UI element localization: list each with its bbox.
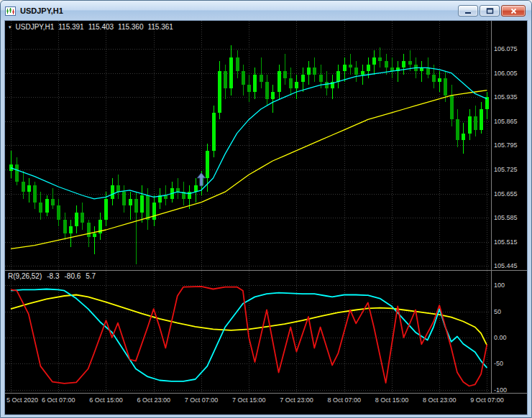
time-axis-label: 7 Oct 23:00 bbox=[280, 396, 313, 404]
chart-canvas[interactable]: 106.075106.005105.935105.865105.795105.7… bbox=[5, 21, 527, 414]
price-axis-label: 105.865 bbox=[494, 118, 518, 125]
price-axis-label: 105.515 bbox=[494, 238, 518, 246]
titlebar[interactable]: USDJPY,H1 bbox=[1, 1, 531, 21]
ohlc-label: ▾ USDJPY,H1 115.391 115.403 115.360 115.… bbox=[9, 23, 173, 31]
maximize-icon bbox=[486, 6, 494, 17]
window-title: USDJPY,H1 bbox=[20, 6, 63, 15]
grid-lines bbox=[5, 21, 490, 393]
buy-arrow-marker[interactable] bbox=[198, 173, 206, 186]
ohlc-high: 115.403 bbox=[88, 23, 114, 31]
close-button[interactable] bbox=[501, 5, 526, 17]
price-axis-label: 106.075 bbox=[494, 45, 518, 52]
time-axis-label: 7 Oct 07:00 bbox=[185, 396, 219, 404]
time-axis-label: 7 Oct 15:00 bbox=[232, 396, 266, 404]
time-axis-label: 8 Oct 23:00 bbox=[423, 396, 457, 404]
time-axis-label: 5 Oct 2020 bbox=[6, 396, 38, 404]
collapse-arrow-icon[interactable]: ▾ bbox=[9, 24, 12, 29]
indicator-axis-label: -100 bbox=[494, 386, 507, 394]
price-axis-label: 105.725 bbox=[494, 166, 518, 173]
minimize-icon bbox=[464, 6, 472, 17]
maximize-button[interactable] bbox=[480, 5, 500, 17]
time-axis-label: 8 Oct 15:00 bbox=[375, 396, 409, 404]
indicator-value-3: 5.7 bbox=[86, 272, 96, 280]
price-axis-label: 106.005 bbox=[494, 70, 518, 77]
price-axis-label: 105.655 bbox=[494, 190, 518, 198]
ohlc-symbol: USDJPY,H1 bbox=[16, 23, 55, 31]
indicator-name: R(9,26,52) bbox=[8, 272, 42, 280]
indicator-value-1: -8.3 bbox=[47, 272, 59, 280]
time-axis-label: 6 Oct 23:00 bbox=[137, 396, 170, 404]
close-icon bbox=[510, 6, 517, 17]
time-axis-label: 9 Oct 07:00 bbox=[470, 396, 504, 404]
window-controls bbox=[458, 5, 527, 17]
indicator-axis-label: -50 bbox=[494, 360, 503, 367]
time-axis-label: 6 Oct 07:00 bbox=[42, 396, 75, 404]
ohlc-close: 115.361 bbox=[147, 23, 173, 31]
time-axis-label: 6 Oct 15:00 bbox=[89, 396, 123, 404]
indicator-axis-label: 100 bbox=[494, 282, 505, 289]
chart-client-area[interactable]: 106.075106.005105.935105.865105.795105.7… bbox=[5, 21, 527, 414]
price-axis-label: 105.795 bbox=[494, 141, 518, 149]
axis-labels: 106.075106.005105.935105.865105.795105.7… bbox=[6, 45, 518, 404]
indicator-axis-label: 0.00 bbox=[494, 334, 507, 341]
ohlc-low: 115.360 bbox=[118, 23, 143, 31]
indicator-axis-label: 50 bbox=[494, 308, 501, 315]
minimize-button[interactable] bbox=[458, 5, 478, 17]
price-axis-label: 105.585 bbox=[494, 214, 518, 221]
price-axis-label: 105.935 bbox=[494, 93, 518, 101]
ohlc-open: 115.391 bbox=[58, 23, 83, 31]
indicator-label: R(9,26,52) -8.3 -80.6 5.7 bbox=[8, 272, 96, 280]
chart-window: USDJPY,H1 106.075106.005105.935105.86510… bbox=[0, 0, 532, 418]
chart-window-icon bbox=[5, 6, 16, 16]
time-axis-label: 8 Oct 07:00 bbox=[327, 396, 361, 404]
indicator-value-2: -80.6 bbox=[64, 272, 81, 280]
price-axis-label: 105.445 bbox=[494, 262, 518, 269]
